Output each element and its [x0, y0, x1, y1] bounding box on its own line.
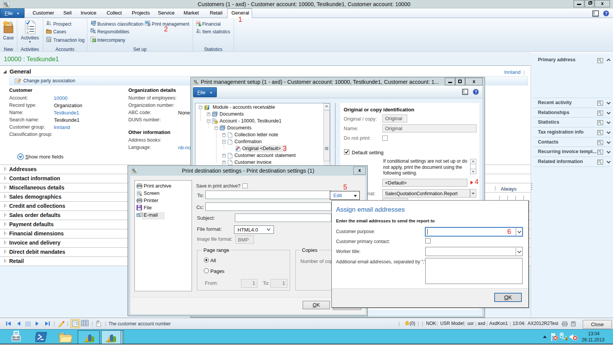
svg-text:?: ? [605, 11, 608, 16]
svg-text:?: ? [475, 90, 477, 94]
